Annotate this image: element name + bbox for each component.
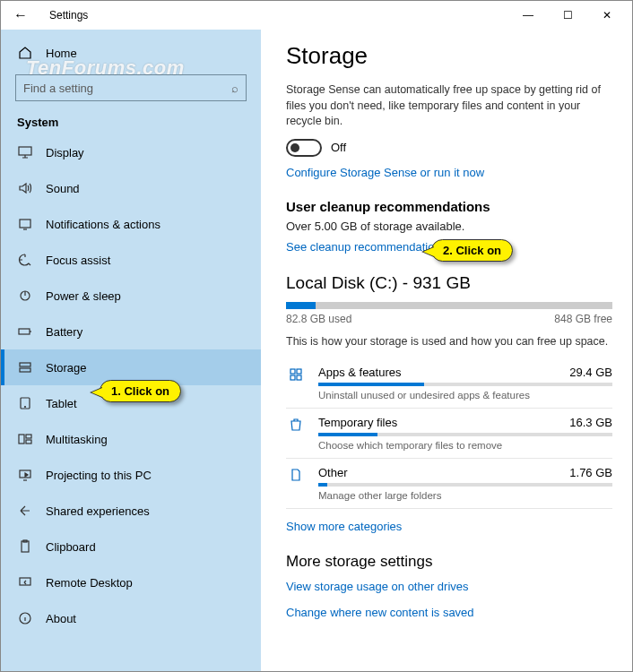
page-title: Storage (286, 42, 612, 70)
svg-rect-1 (20, 220, 30, 228)
sidebar-item-label: Power & sleep (46, 289, 121, 303)
category-size: 29.4 GB (569, 366, 612, 379)
about-icon (17, 611, 33, 625)
show-more-categories-link[interactable]: Show more categories (286, 520, 612, 533)
search-input[interactable]: Find a setting ⌕ (15, 74, 247, 101)
svg-rect-3 (19, 329, 30, 334)
sidebar-item-display[interactable]: Display (1, 134, 261, 170)
svg-rect-16 (290, 369, 295, 374)
category-row[interactable]: Other1.76 GBManage other large folders (286, 459, 612, 509)
category-icon (286, 466, 306, 482)
disk-desc: This is how your storage is used and how… (286, 334, 612, 350)
storage-sense-toggle[interactable] (286, 139, 322, 157)
change-save-link[interactable]: Change where new content is saved (286, 606, 612, 619)
notifications-icon (17, 217, 33, 231)
sidebar-item-clipboard[interactable]: Clipboard (1, 529, 261, 564)
configure-sense-link[interactable]: Configure Storage Sense or run it now (286, 166, 612, 179)
category-name: Apps & features (318, 366, 402, 379)
sidebar-item-label: About (46, 612, 76, 625)
category-sub: Choose which temporary files to remove (318, 440, 612, 451)
category-size: 16.3 GB (569, 416, 612, 429)
category-sub: Uninstall unused or undesired apps & fea… (318, 390, 612, 401)
focus-icon (17, 253, 33, 267)
multitask-icon (17, 432, 33, 446)
cleanup-sub: Over 5.00 GB of storage available. (286, 220, 612, 233)
sidebar-item-label: Display (46, 146, 84, 159)
toggle-state-label: Off (331, 141, 346, 154)
annotation-2: 2. Click on (431, 239, 513, 262)
remote-icon (17, 575, 33, 590)
category-row[interactable]: Temporary files16.3 GBChoose which tempo… (286, 409, 612, 459)
category-bar (318, 433, 612, 436)
shared-icon (17, 504, 33, 518)
category-bar (318, 483, 612, 487)
close-button[interactable]: ✕ (587, 9, 627, 22)
window-title: Settings (49, 9, 88, 22)
sidebar-item-label: Storage (46, 361, 87, 375)
sidebar-item-label: Tablet (46, 397, 77, 410)
battery-icon (17, 324, 33, 339)
more-settings-heading: More storage settings (286, 553, 612, 571)
svg-rect-8 (19, 435, 24, 444)
tablet-icon (17, 396, 33, 410)
category-icon (286, 416, 306, 432)
sidebar-item-remote-desktop[interactable]: Remote Desktop (1, 564, 261, 600)
sidebar-item-label: Shared experiences (46, 504, 150, 518)
storage-sense-desc: Storage Sense can automatically free up … (286, 82, 612, 130)
annotation-1: 1. Click on (100, 380, 181, 402)
disk-usage-bar (286, 302, 612, 309)
main-content: Storage Storage Sense can automatically … (261, 30, 632, 671)
minimize-button[interactable]: — (508, 9, 548, 22)
svg-rect-10 (26, 440, 31, 444)
sidebar-item-focus-assist[interactable]: Focus assist (1, 242, 261, 278)
category-name: Other (318, 466, 348, 479)
home-label: Home (46, 47, 77, 60)
other-drives-link[interactable]: View storage usage on other drives (286, 580, 612, 593)
sidebar-item-label: Remote Desktop (46, 576, 133, 590)
section-system: System (1, 110, 261, 134)
project-icon (17, 468, 33, 482)
cleanup-heading: User cleanup recommendations (286, 199, 612, 214)
svg-rect-0 (19, 147, 31, 155)
svg-rect-17 (297, 369, 301, 374)
svg-rect-19 (297, 375, 301, 380)
svg-rect-4 (20, 363, 30, 366)
disk-used: 82.8 GB used (286, 313, 351, 325)
sound-icon (17, 181, 33, 195)
back-button[interactable]: ← (6, 7, 35, 23)
sidebar-item-sound[interactable]: Sound (1, 170, 261, 206)
sidebar-item-power-sleep[interactable]: Power & sleep (1, 278, 261, 314)
storage-icon (17, 360, 33, 375)
clipboard-icon (17, 539, 33, 554)
svg-rect-5 (20, 368, 30, 372)
sidebar-item-projecting-to-this-pc[interactable]: Projecting to this PC (1, 457, 261, 493)
sidebar-item-shared-experiences[interactable]: Shared experiences (1, 493, 261, 529)
svg-rect-12 (22, 541, 29, 552)
maximize-button[interactable]: ☐ (548, 9, 587, 22)
category-icon (286, 366, 306, 382)
disk-name: Local Disk (C:) - 931 GB (286, 273, 612, 293)
sidebar-item-notifications-actions[interactable]: Notifications & actions (1, 206, 261, 242)
category-sub: Manage other large folders (318, 490, 612, 501)
svg-point-7 (25, 407, 26, 408)
home-icon (17, 46, 33, 60)
power-icon (17, 289, 33, 303)
sidebar-item-label: Clipboard (46, 540, 96, 554)
category-row[interactable]: Apps & features29.4 GBUninstall unused o… (286, 358, 612, 409)
category-name: Temporary files (318, 416, 397, 429)
disk-free: 848 GB free (554, 313, 612, 325)
sidebar-item-label: Projecting to this PC (46, 469, 152, 482)
category-size: 1.76 GB (569, 466, 612, 479)
sidebar-item-about[interactable]: About (1, 600, 261, 636)
sidebar-item-label: Battery (46, 325, 82, 339)
sidebar-item-multitasking[interactable]: Multitasking (1, 421, 261, 457)
search-placeholder: Find a setting (23, 82, 231, 95)
sidebar-item-label: Sound (46, 182, 80, 195)
category-bar (318, 383, 612, 386)
display-icon (17, 145, 33, 159)
svg-rect-9 (26, 435, 31, 438)
sidebar-item-battery[interactable]: Battery (1, 314, 261, 349)
svg-rect-18 (290, 375, 295, 380)
home-nav[interactable]: Home (1, 37, 261, 69)
sidebar-item-label: Notifications & actions (46, 218, 160, 231)
